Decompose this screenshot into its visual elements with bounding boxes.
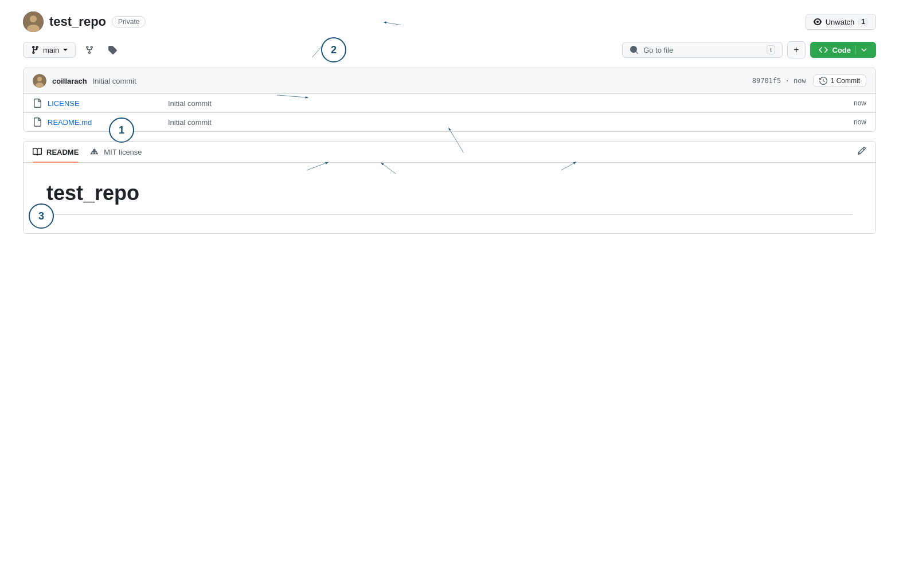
go-to-file-label: Go to file [643,46,673,54]
tag-icon [108,45,117,54]
code-btn-divider [855,45,856,54]
scale-icon [90,147,99,156]
readme-card: README MIT license test_repo [23,141,876,234]
commit-message-header: Initial commit [93,77,136,85]
svg-point-12 [37,77,42,81]
search-icon [630,45,639,54]
readme-title: test_repo [46,181,853,215]
commit-author-avatar [33,74,46,88]
code-button[interactable]: Code [810,42,877,58]
file-name-readme[interactable]: README.md [48,118,162,127]
annotation-2: 2 [321,37,346,62]
commit-count-button[interactable]: 1 Commit [813,75,866,87]
file-card: coillarach Initial commit 89701f5 · now … [23,68,876,132]
annotation-3: 3 [29,203,54,229]
book-icon [33,147,42,156]
readme-tab-label: README [46,148,79,156]
fork-button[interactable] [80,42,99,57]
file-row: LICENSE Initial commit now [24,94,875,113]
tag-button[interactable] [103,42,122,57]
file-time-license: now [854,99,866,107]
license-tab[interactable]: MIT license [90,142,142,162]
annotation-1: 1 [109,117,134,143]
chevron-down-icon [62,47,68,53]
fork-icon [85,45,94,54]
code-icon [819,45,828,54]
svg-point-9 [30,15,37,22]
add-file-button[interactable]: + [787,41,805,58]
private-badge: Private [112,16,146,28]
file-icon [33,117,42,127]
license-tab-label: MIT license [104,148,142,156]
file-commit-msg-readme: Initial commit [168,118,848,127]
file-row: README.md Initial commit now [24,113,875,131]
file-time-readme: now [854,118,866,126]
file-name-license[interactable]: LICENSE [48,99,162,108]
branch-name: main [43,46,59,54]
repo-header: test_repo Private Unwatch 1 [23,11,876,32]
file-commit-msg-license: Initial commit [168,99,848,108]
commit-meta: 89701f5 · now 1 Commit [752,75,866,87]
commit-hash: 89701f5 · now [752,77,806,85]
code-chevron-icon [861,46,867,53]
avatar [23,11,44,32]
commit-header: coillarach Initial commit 89701f5 · now … [24,68,875,94]
go-to-file-shortcut: t [767,45,775,54]
readme-header: README MIT license [24,142,875,163]
toolbar: main Go to file t + [23,41,876,58]
commit-author[interactable]: coillarach [52,77,87,85]
unwatch-button[interactable]: Unwatch 1 [806,14,876,30]
plus-icon: + [794,45,799,55]
repo-title-group: test_repo Private [23,11,146,32]
branch-icon [30,45,40,54]
readme-tab[interactable]: README [33,142,79,162]
readme-body: test_repo [24,163,875,233]
readme-edit-button[interactable] [857,146,866,158]
pencil-icon [857,146,866,155]
unwatch-label: Unwatch [826,18,855,26]
code-label: Code [832,46,851,54]
unwatch-count: 1 [858,18,869,26]
file-icon [33,99,42,108]
history-icon [819,77,827,85]
commit-count-label: 1 Commit [831,77,860,85]
go-to-file-input[interactable]: Go to file t [622,42,783,58]
branch-button[interactable]: main [23,42,76,58]
repo-name: test_repo [49,14,106,29]
eye-icon [813,17,822,26]
